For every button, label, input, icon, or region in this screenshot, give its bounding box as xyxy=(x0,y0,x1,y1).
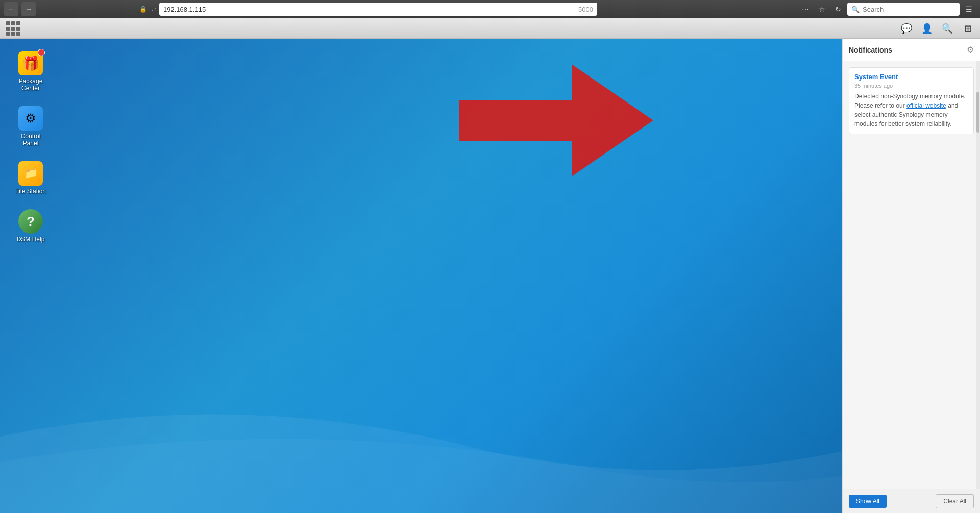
file-station-icon[interactable]: 📁 File Station xyxy=(10,159,51,197)
dsm-help-image: ? xyxy=(18,209,43,234)
scrollbar-thumb[interactable] xyxy=(976,92,979,133)
taskbar-right: 💬 👤 🔍 ⊞ xyxy=(898,20,976,37)
logo-dot xyxy=(11,32,15,36)
control-panel-image: ⚙ xyxy=(18,106,43,131)
dsm-desktop: PackageCenter ⚙ Control Panel 📁 File Sta… xyxy=(0,39,980,513)
notifications-title: Notifications xyxy=(849,46,892,54)
svg-marker-0 xyxy=(459,64,653,176)
notifications-footer: Show All Clear All xyxy=(843,489,980,513)
reload-button[interactable]: ↻ xyxy=(831,2,845,16)
logo-dot xyxy=(16,32,20,36)
notification-timestamp: 35 minutes ago xyxy=(854,83,968,89)
logo-dot xyxy=(11,21,15,25)
notification-badge xyxy=(38,49,45,56)
browser-search-input[interactable] xyxy=(863,6,955,13)
scrollbar-track[interactable] xyxy=(976,61,980,489)
notifications-panel: Notifications ⚙ System Event 35 minutes … xyxy=(842,39,980,513)
address-bar[interactable]: 192.168.1.115 5000 xyxy=(159,3,597,16)
logo-dot xyxy=(16,21,20,25)
notification-item-title: System Event xyxy=(854,73,968,81)
clear-all-button[interactable]: Clear All xyxy=(936,494,974,508)
logo-dot xyxy=(6,32,10,36)
notifications-gear-icon[interactable]: ⚙ xyxy=(967,45,974,55)
address-text: 192.168.1.115 xyxy=(163,6,575,13)
desktop-wave xyxy=(0,360,980,513)
forward-button[interactable]: → xyxy=(21,2,36,16)
user-icon[interactable]: 👤 xyxy=(919,20,935,37)
notifications-content: System Event 35 minutes ago Detected non… xyxy=(843,61,980,489)
red-arrow xyxy=(459,64,653,176)
browser-right-icons: ⋯ ☆ ↻ 🔍 ☰ xyxy=(798,2,976,16)
logo-dot xyxy=(6,21,10,25)
logo-dot xyxy=(11,27,15,31)
more-options-button[interactable]: ⋯ xyxy=(798,2,813,16)
file-station-graphic: 📁 xyxy=(18,161,43,186)
chat-icon[interactable]: 💬 xyxy=(898,20,915,37)
notification-link[interactable]: official website xyxy=(906,102,946,109)
browser-search-bar: 🔍 xyxy=(847,3,960,16)
connection-icon: ⇌ xyxy=(151,6,156,13)
security-icon: 🔒 xyxy=(138,4,148,14)
bookmark-button[interactable]: ☆ xyxy=(815,2,829,16)
grid-logo xyxy=(6,21,20,36)
notifications-header: Notifications ⚙ xyxy=(843,39,980,61)
main-menu-button[interactable] xyxy=(4,19,22,38)
desktop-icons: PackageCenter ⚙ Control Panel 📁 File Sta… xyxy=(10,49,51,245)
logo-dot xyxy=(6,27,10,31)
control-panel-label: Control Panel xyxy=(12,133,49,147)
dsm-taskbar: 💬 👤 🔍 ⊞ xyxy=(0,18,980,39)
dsm-help-label: DSM Help xyxy=(17,236,45,243)
file-station-label: File Station xyxy=(15,188,46,195)
control-panel-graphic: ⚙ xyxy=(18,106,43,131)
package-center-image xyxy=(18,51,43,75)
show-all-button[interactable]: Show All xyxy=(849,495,887,508)
search-icon: 🔍 xyxy=(851,6,860,13)
extensions-button[interactable]: ☰ xyxy=(962,2,976,16)
address-port: 5000 xyxy=(578,6,593,13)
dsm-help-icon[interactable]: ? DSM Help xyxy=(10,207,51,245)
dsm-help-graphic: ? xyxy=(18,209,43,234)
notification-body: Detected non-Synology memory module. Ple… xyxy=(854,92,968,129)
notification-item: System Event 35 minutes ago Detected non… xyxy=(849,67,974,134)
browser-chrome: ← → 🔒 ⇌ 192.168.1.115 5000 ⋯ ☆ ↻ 🔍 ☰ xyxy=(0,0,980,18)
package-center-label: PackageCenter xyxy=(19,78,43,92)
logo-dot xyxy=(16,27,20,31)
control-panel-icon[interactable]: ⚙ Control Panel xyxy=(10,104,51,149)
apps-icon[interactable]: ⊞ xyxy=(960,20,976,37)
file-station-image: 📁 xyxy=(18,161,43,186)
back-button[interactable]: ← xyxy=(4,2,18,16)
package-center-icon[interactable]: PackageCenter xyxy=(10,49,51,94)
search-icon[interactable]: 🔍 xyxy=(939,20,955,37)
